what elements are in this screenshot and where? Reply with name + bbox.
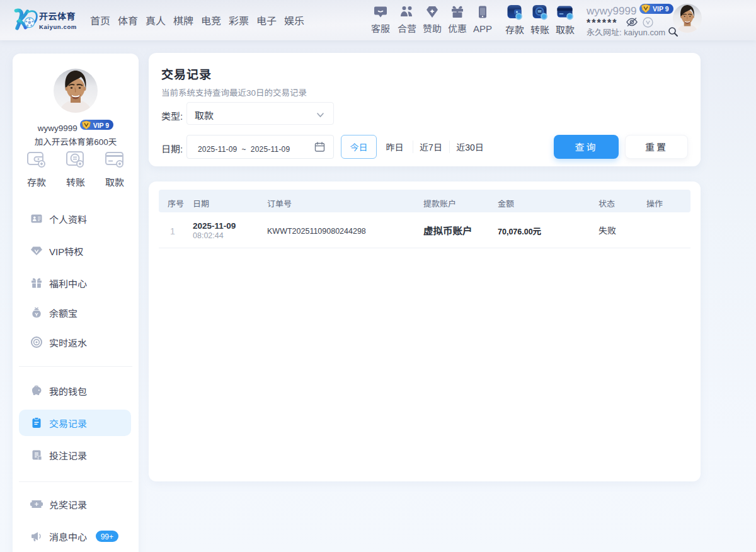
- svg-text:wywy9999 2025-11-09: wywy9999 2025-11-09: [156, 286, 224, 338]
- svg-text:wywy9999 2025-11-09: wywy9999 2025-11-09: [307, 331, 375, 384]
- svg-text:wywy9999 2025-11-09: wywy9999 2025-11-09: [345, 377, 413, 429]
- svg-text:wywy9999 2025-11-09: wywy9999 2025-11-09: [439, 377, 508, 429]
- svg-text:wywy9999 2025-11-09: wywy9999 2025-11-09: [590, 331, 659, 384]
- svg-text:wywy9999 2025-11-09: wywy9999 2025-11-09: [345, 468, 413, 481]
- svg-text:wywy9999 2025-11-09: wywy9999 2025-11-09: [628, 468, 697, 481]
- svg-text:wywy9999 2025-11-09: wywy9999 2025-11-09: [401, 422, 470, 474]
- svg-text:wywy9999 2025-11-09: wywy9999 2025-11-09: [590, 422, 659, 474]
- svg-text:wywy9999 2025-11-09: wywy9999 2025-11-09: [685, 422, 701, 474]
- svg-text:wywy9999 2025-11-09: wywy9999 2025-11-09: [149, 422, 186, 474]
- svg-text:wywy9999 2025-11-09: wywy9999 2025-11-09: [590, 241, 659, 293]
- svg-text:wywy9999 2025-11-09: wywy9999 2025-11-09: [212, 331, 281, 384]
- svg-text:wywy9999 2025-11-09: wywy9999 2025-11-09: [401, 241, 470, 293]
- svg-text:Kaiyun.com: Kaiyun.com: [39, 23, 77, 30]
- svg-text:wywy9999 2025-11-09: wywy9999 2025-11-09: [149, 241, 186, 293]
- svg-text:wywy9999 2025-11-09: wywy9999 2025-11-09: [250, 286, 319, 338]
- svg-text:wywy9999 2025-11-09: wywy9999 2025-11-09: [250, 377, 319, 429]
- svg-text:wywy9999 2025-11-09: wywy9999 2025-11-09: [156, 468, 224, 481]
- svg-text:wywy9999 2025-11-09: wywy9999 2025-11-09: [534, 286, 602, 338]
- svg-text:wywy9999 2025-11-09: wywy9999 2025-11-09: [439, 468, 508, 481]
- svg-text:wywy9999 2025-11-09: wywy9999 2025-11-09: [534, 468, 602, 481]
- svg-text:wywy9999 2025-11-09: wywy9999 2025-11-09: [685, 331, 701, 384]
- svg-text:wywy9999 2025-11-09: wywy9999 2025-11-09: [250, 468, 319, 481]
- svg-text:wywy9999 2025-11-09: wywy9999 2025-11-09: [534, 377, 602, 429]
- svg-text:wywy9999 2025-11-09: wywy9999 2025-11-09: [496, 331, 564, 384]
- svg-text:wywy9999 2025-11-09: wywy9999 2025-11-09: [439, 286, 508, 338]
- svg-text:wywy9999 2025-11-09: wywy9999 2025-11-09: [496, 422, 564, 474]
- svg-text:开云体育: 开云体育: [39, 9, 76, 22]
- svg-text:wywy9999 2025-11-09: wywy9999 2025-11-09: [149, 331, 186, 384]
- svg-text:wywy9999 2025-11-09: wywy9999 2025-11-09: [212, 422, 281, 474]
- svg-text:wywy9999 2025-11-09: wywy9999 2025-11-09: [156, 377, 224, 429]
- svg-text:wywy9999 2025-11-09: wywy9999 2025-11-09: [307, 422, 375, 474]
- svg-text:wywy9999 2025-11-09: wywy9999 2025-11-09: [345, 286, 413, 338]
- svg-text:wywy9999 2025-11-09: wywy9999 2025-11-09: [628, 286, 697, 338]
- svg-text:wywy9999 2025-11-09: wywy9999 2025-11-09: [307, 241, 375, 293]
- svg-text:wywy9999 2025-11-09: wywy9999 2025-11-09: [496, 241, 564, 293]
- svg-text:wywy9999 2025-11-09: wywy9999 2025-11-09: [628, 377, 697, 429]
- svg-text:wywy9999 2025-11-09: wywy9999 2025-11-09: [212, 241, 281, 293]
- svg-text:wywy9999 2025-11-09: wywy9999 2025-11-09: [401, 331, 470, 384]
- svg-text:wywy9999 2025-11-09: wywy9999 2025-11-09: [685, 241, 701, 293]
